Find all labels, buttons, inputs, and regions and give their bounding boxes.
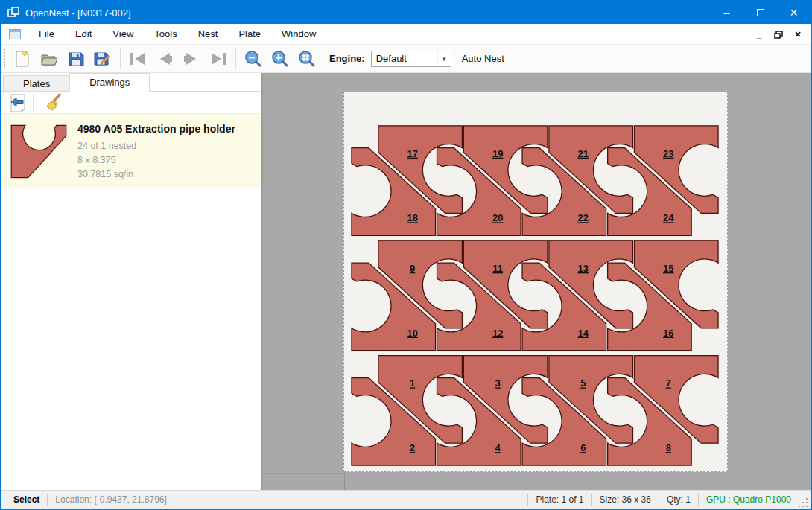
clean-nest-button[interactable] — [41, 92, 65, 113]
menu-view[interactable]: View — [102, 24, 144, 45]
drawing-title: 4980 A05 Extraction pipe holder — [77, 123, 235, 135]
part-number-label: 7 — [666, 377, 671, 389]
part-number-label: 1 — [410, 377, 415, 389]
last-plate-button[interactable] — [205, 47, 232, 71]
title-bar[interactable]: OpenNest - [N0317-002] – ✕ — [1, 1, 811, 24]
open-folder-icon — [39, 50, 59, 68]
zoom-fit-button[interactable] — [294, 47, 320, 71]
drawing-list-item[interactable]: 4980 A05 Extraction pipe holder 24 of 1 … — [1, 114, 261, 188]
close-button[interactable]: ✕ — [777, 1, 811, 24]
engine-select[interactable]: Default ▾ — [371, 51, 451, 67]
return-drawing-icon — [9, 93, 27, 112]
drawing-size: 8 x 8.375 — [77, 153, 235, 168]
zoom-in-icon — [270, 49, 290, 68]
part-number-label: 13 — [578, 263, 589, 274]
engine-selected-value: Default — [372, 53, 437, 64]
part-number-label: 5 — [580, 377, 586, 389]
status-qty: Qty: 1 — [659, 494, 698, 506]
part-shape — [11, 125, 66, 177]
go-last-icon — [209, 51, 228, 66]
go-next-icon — [182, 51, 201, 66]
go-previous-icon — [155, 51, 174, 66]
status-location: Location: [-0.9437, 21.8796] — [48, 494, 174, 506]
part-number-label: 17 — [407, 148, 417, 159]
new-document-button[interactable] — [9, 47, 36, 71]
part-number-label: 16 — [663, 328, 673, 339]
status-plate: Plate: 1 of 1 — [528, 494, 591, 506]
first-plate-button[interactable] — [124, 47, 151, 71]
save-as-button[interactable] — [89, 47, 116, 71]
part-number-label: 11 — [492, 263, 503, 274]
save-icon — [67, 50, 85, 68]
document-window-icon[interactable] — [9, 29, 21, 39]
menu-file[interactable]: File — [28, 24, 65, 45]
tab-drawings[interactable]: Drawings — [69, 73, 150, 92]
maximize-button[interactable] — [743, 1, 777, 24]
go-first-icon — [128, 51, 148, 66]
menu-plate[interactable]: Plate — [228, 24, 271, 45]
part-number-label: 2 — [410, 442, 415, 453]
part-number-label: 4 — [495, 442, 501, 453]
part-number-label: 15 — [663, 263, 673, 274]
canvas-bottom-band — [263, 473, 811, 490]
window-title: OpenNest - [N0317-002] — [25, 7, 710, 19]
status-gpu: GPU : Quadro P1000 — [699, 494, 799, 506]
status-size: Size: 36 x 36 — [592, 494, 659, 506]
part-number-label: 23 — [663, 148, 673, 159]
toolbar-grip[interactable] — [4, 49, 9, 68]
part-number-label: 9 — [410, 263, 415, 274]
part-number-label: 22 — [578, 212, 589, 223]
new-document-icon — [13, 49, 31, 68]
menu-window[interactable]: Window — [271, 24, 326, 45]
auto-nest-label[interactable]: Auto Nest — [462, 53, 504, 64]
menu-tools[interactable]: Tools — [144, 24, 187, 45]
part-number-label: 8 — [666, 442, 671, 453]
app-logo-icon — [7, 7, 19, 19]
part-number-label: 12 — [492, 328, 503, 339]
mdi-close-button[interactable]: ✕ — [790, 27, 806, 42]
zoom-out-icon — [244, 49, 263, 68]
save-as-icon — [93, 50, 112, 68]
part-number-label: 20 — [492, 212, 503, 223]
nest-canvas[interactable]: 171819202122232491011121314151612345678 — [263, 73, 811, 490]
resize-grip[interactable] — [799, 497, 809, 507]
chevron-down-icon[interactable]: ▾ — [437, 51, 451, 66]
zoom-fit-icon — [297, 49, 317, 68]
part-number-label: 10 — [407, 328, 417, 339]
plate-sheet[interactable]: 171819202122232491011121314151612345678 — [343, 92, 728, 472]
menu-bar: File Edit View Tools Nest Plate Window _… — [1, 24, 811, 45]
return-drawing-button[interactable] — [6, 92, 30, 113]
open-button[interactable] — [36, 47, 63, 71]
tab-strip: Plates Drawings — [1, 73, 261, 92]
save-button[interactable] — [63, 47, 89, 71]
main-toolbar: Engine: Default ▾ Auto Nest — [1, 45, 811, 73]
nested-parts-drawing: 171819202122232491011121314151612345678 — [344, 92, 727, 471]
part-number-label: 18 — [407, 212, 417, 223]
drawing-area: 30.7815 sq/in — [77, 168, 235, 182]
drawings-toolbar — [1, 91, 261, 114]
engine-label: Engine: — [329, 53, 365, 64]
previous-plate-button[interactable] — [151, 47, 178, 71]
menu-nest[interactable]: Nest — [188, 24, 229, 45]
status-mode: Select — [6, 494, 47, 506]
status-bar: Select Location: [-0.9437, 21.8796] Plat… — [1, 490, 811, 509]
zoom-out-button[interactable] — [240, 47, 267, 71]
part-number-label: 24 — [663, 212, 674, 223]
part-number-label: 19 — [492, 148, 503, 159]
part-number-label: 3 — [495, 377, 501, 389]
mdi-restore-button[interactable] — [770, 27, 787, 42]
app-window: OpenNest - [N0317-002] – ✕ File Edit Vie… — [0, 0, 812, 510]
part-number-label: 6 — [580, 442, 586, 453]
clean-broom-icon — [43, 93, 63, 112]
next-plate-button[interactable] — [178, 47, 205, 71]
part-thumbnail — [10, 124, 67, 181]
zoom-in-button[interactable] — [267, 47, 294, 71]
tab-plates[interactable]: Plates — [3, 75, 70, 92]
menu-edit[interactable]: Edit — [65, 24, 102, 45]
left-panel: Plates Drawings — [1, 73, 263, 490]
drawing-nested-count: 24 of 1 nested — [77, 139, 235, 153]
part-number-label: 14 — [578, 328, 589, 339]
minimize-button[interactable]: – — [710, 1, 743, 24]
mdi-minimize-button[interactable]: _ — [751, 27, 767, 42]
part-number-label: 21 — [578, 148, 589, 159]
